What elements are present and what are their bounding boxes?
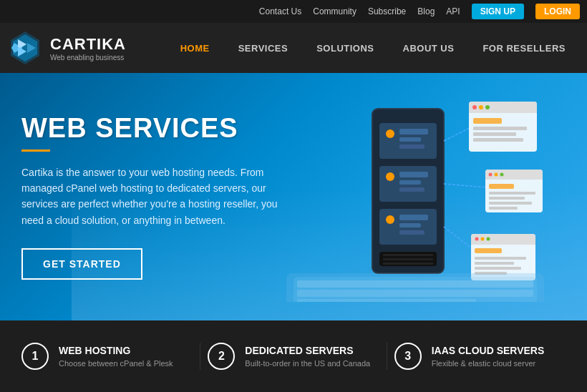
- svg-point-44: [500, 173, 504, 177]
- svg-rect-38: [473, 138, 523, 142]
- svg-rect-14: [399, 172, 428, 177]
- nav-services[interactable]: SERVICES: [224, 23, 303, 73]
- svg-rect-10: [399, 137, 421, 142]
- svg-rect-20: [399, 223, 421, 227]
- svg-rect-46: [489, 192, 535, 195]
- feature-title-3: IAAS CLOUD SERVERS: [432, 345, 545, 356]
- svg-rect-24: [383, 258, 433, 260]
- svg-rect-64: [297, 290, 533, 297]
- svg-rect-52: [471, 240, 535, 245]
- svg-rect-25: [383, 263, 433, 265]
- logo[interactable]: CARTIKA Web enabling business: [7, 30, 150, 66]
- svg-point-32: [472, 105, 477, 109]
- logo-name: CARTIKA: [50, 35, 126, 54]
- svg-rect-59: [475, 267, 521, 270]
- community-link[interactable]: Community: [313, 6, 356, 16]
- svg-rect-63: [297, 280, 533, 288]
- svg-point-55: [487, 237, 490, 241]
- svg-line-26: [444, 127, 472, 141]
- feature-text-3: IAAS CLOUD SERVERS Flexible & elastic cl…: [432, 345, 545, 368]
- svg-rect-65: [297, 299, 476, 302]
- feature-number-2: 2: [208, 343, 235, 370]
- feature-number-1: 1: [21, 343, 49, 370]
- svg-rect-11: [399, 144, 425, 149]
- svg-rect-9: [399, 129, 428, 134]
- hero-content: WEB SERVICES Cartika is the answer to yo…: [0, 114, 301, 280]
- svg-point-13: [386, 172, 394, 181]
- top-bar: Contact Us Community Subscribe Blog API …: [0, 0, 587, 23]
- blog-link[interactable]: Blog: [417, 6, 435, 16]
- svg-point-43: [495, 173, 498, 177]
- svg-rect-35: [473, 118, 502, 124]
- svg-rect-48: [489, 202, 532, 205]
- svg-point-34: [485, 105, 490, 109]
- svg-rect-36: [473, 127, 527, 130]
- nav-about[interactable]: ABOUT US: [389, 23, 469, 73]
- login-button[interactable]: LOGIN: [535, 4, 580, 19]
- feature-title-2: DEDICATED SERVERS: [245, 345, 370, 356]
- feature-desc-1: Choose between cPanel & Plesk: [59, 359, 173, 368]
- feature-desc-3: Flexible & elastic cloud server: [432, 359, 545, 368]
- hero-title-underline: [21, 150, 50, 152]
- svg-rect-58: [475, 262, 514, 265]
- svg-point-42: [489, 173, 493, 177]
- nav-resellers[interactable]: FOR RESELLERS: [468, 23, 580, 73]
- logo-text-area: CARTIKA Web enabling business: [50, 35, 126, 62]
- signup-button[interactable]: SIGN UP: [472, 4, 524, 19]
- svg-line-27: [444, 184, 487, 187]
- main-nav: CARTIKA Web enabling business HOME SERVI…: [0, 23, 587, 73]
- feature-desc-2: Built-to-order in the US and Canada: [245, 359, 370, 368]
- svg-point-8: [386, 129, 394, 138]
- nav-home[interactable]: HOME: [166, 23, 224, 73]
- hero-description: Cartika is the answer to your web hostin…: [21, 165, 279, 229]
- svg-rect-23: [383, 254, 433, 256]
- hero-title: WEB SERVICES: [21, 114, 279, 144]
- api-link[interactable]: API: [446, 6, 460, 16]
- svg-point-33: [479, 105, 483, 109]
- get-started-button[interactable]: GET STARTED: [21, 248, 142, 280]
- svg-rect-56: [475, 248, 502, 253]
- svg-rect-49: [489, 207, 518, 210]
- nav-links: HOME SERVICES SOLUTIONS ABOUT US FOR RES…: [166, 23, 580, 73]
- svg-point-54: [481, 237, 485, 241]
- svg-rect-45: [489, 184, 514, 189]
- feature-web-hosting: 1 WEB HOSTING Choose between cPanel & Pl…: [14, 343, 200, 370]
- nav-solutions[interactable]: SOLUTIONS: [302, 23, 388, 73]
- feature-cloud-servers: 3 IAAS CLOUD SERVERS Flexible & elastic …: [387, 343, 573, 370]
- svg-rect-47: [489, 197, 525, 200]
- logo-subtitle: Web enabling business: [50, 54, 126, 62]
- feature-title-1: WEB HOSTING: [59, 345, 173, 356]
- feature-text-2: DEDICATED SERVERS Built-to-order in the …: [245, 345, 370, 368]
- svg-rect-15: [399, 180, 421, 185]
- subscribe-link[interactable]: Subscribe: [368, 6, 406, 16]
- contact-link[interactable]: Contact Us: [259, 6, 301, 16]
- svg-rect-37: [473, 132, 516, 136]
- logo-icon: [7, 30, 43, 66]
- feature-dedicated-servers: 2 DEDICATED SERVERS Built-to-order in th…: [200, 343, 387, 370]
- feature-number-3: 3: [394, 343, 422, 370]
- svg-rect-31: [469, 109, 537, 113]
- feature-text-1: WEB HOSTING Choose between cPanel & Ples…: [59, 345, 173, 368]
- svg-rect-16: [399, 187, 425, 192]
- svg-point-53: [475, 237, 479, 241]
- svg-point-18: [386, 215, 394, 224]
- hero-section: WEB SERVICES Cartika is the answer to yo…: [0, 73, 587, 320]
- svg-rect-57: [475, 257, 526, 260]
- features-bar: 1 WEB HOSTING Choose between cPanel & Pl…: [0, 320, 587, 392]
- svg-rect-21: [399, 230, 425, 235]
- svg-rect-41: [485, 175, 543, 180]
- svg-rect-19: [399, 215, 428, 220]
- server-illustration: [286, 87, 544, 302]
